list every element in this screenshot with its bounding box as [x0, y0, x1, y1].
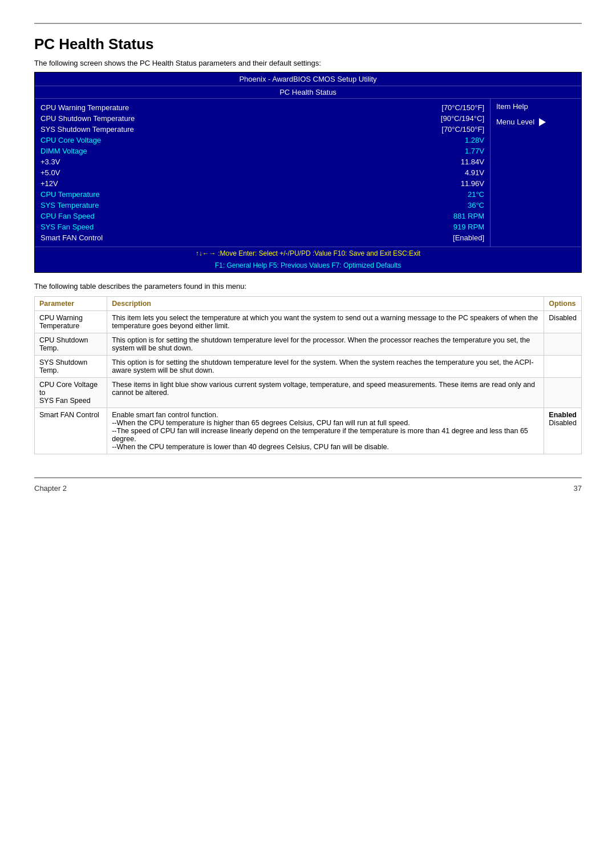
- bios-row-label: Smart FAN Control: [40, 233, 103, 242]
- page-number: 37: [574, 484, 582, 493]
- bios-body: CPU Warning Temperature[70°C/150°F]CPU S…: [35, 99, 581, 247]
- bios-row-value: 21°C: [468, 190, 484, 199]
- bios-row-value: [70°C/150°F]: [441, 125, 484, 134]
- table-cell-desc: This option is for setting the shutdown …: [107, 356, 544, 378]
- table-cell-options: [544, 378, 582, 408]
- table-cell-desc: This option is for setting the shutdown …: [107, 333, 544, 356]
- table-cell-options: [544, 356, 582, 378]
- col-header-parameter: Parameter: [35, 297, 107, 311]
- bios-row: CPU Temperature21°C: [40, 189, 484, 200]
- bios-row: SYS Shutdown Temperature[70°C/150°F]: [40, 124, 484, 135]
- bios-row: +5.0V4.91V: [40, 167, 484, 178]
- bios-header: Phoenix - AwardBIOS CMOS Setup Utility: [35, 72, 581, 86]
- footer-row: Chapter 2 37: [34, 484, 582, 493]
- bios-row: CPU Fan Speed881 RPM: [40, 211, 484, 221]
- bios-row-value: 4.91V: [465, 168, 484, 177]
- bios-row-label: SYS Temperature: [40, 201, 99, 209]
- bios-screen: Phoenix - AwardBIOS CMOS Setup Utility P…: [34, 72, 582, 273]
- table-cell-desc: These items in light blue show various c…: [107, 378, 544, 408]
- sidebar-menu-level: Menu Level: [496, 118, 576, 126]
- bios-row-value: [70°C/150°F]: [441, 103, 484, 112]
- table-row: SYS Shutdown Temp.This option is for set…: [35, 356, 582, 378]
- bios-row-value: 1.28V: [465, 136, 484, 144]
- bios-row-value: [Enabled]: [453, 233, 484, 242]
- item-help-label: Item Help: [496, 102, 528, 111]
- table-row: CPU Core Voltage to SYS Fan SpeedThese i…: [35, 378, 582, 408]
- table-cell-options: [544, 333, 582, 356]
- bios-row: SYS Temperature36°C: [40, 200, 484, 211]
- table-intro: The following table describes the parame…: [34, 282, 582, 291]
- intro-text: The following screen shows the PC Health…: [34, 59, 582, 67]
- table-cell-param: SYS Shutdown Temp.: [35, 356, 107, 378]
- bios-row-value: 1.77V: [465, 147, 484, 155]
- page-title: PC Health Status: [34, 35, 582, 53]
- bios-row: +12V11.96V: [40, 178, 484, 189]
- bios-row-label: +12V: [40, 179, 58, 188]
- bios-footer2: F1: General Help F5: Previous Values F7:…: [35, 260, 581, 272]
- bios-row-value: 11.84V: [461, 158, 484, 166]
- bios-row-label: CPU Shutdown Temperature: [40, 114, 135, 123]
- table-cell-param: Smart FAN Control: [35, 408, 107, 454]
- bios-row: Smart FAN Control[Enabled]: [40, 232, 484, 243]
- bios-row: DIMM Voltage1.77V: [40, 146, 484, 156]
- bios-row-value: 11.96V: [461, 179, 484, 188]
- bios-row-value: [90°C/194°C]: [441, 114, 484, 123]
- bios-row-label: SYS Fan Speed: [40, 223, 94, 231]
- table-row: CPU Warning TemperatureThis item lets yo…: [35, 311, 582, 333]
- bios-row-label: CPU Fan Speed: [40, 212, 95, 220]
- bios-sidebar: Item Help Menu Level: [490, 99, 581, 247]
- bios-row: CPU Shutdown Temperature[90°C/194°C]: [40, 113, 484, 124]
- table-cell-param: CPU Core Voltage to SYS Fan Speed: [35, 378, 107, 408]
- bios-row: SYS Fan Speed919 RPM: [40, 221, 484, 232]
- table-cell-options: EnabledDisabled: [544, 408, 582, 454]
- table-row: Smart FAN ControlEnable smart fan contro…: [35, 408, 582, 454]
- bios-row-value: 881 RPM: [453, 212, 484, 220]
- bios-subheader: PC Health Status: [35, 86, 581, 99]
- col-header-description: Description: [107, 297, 544, 311]
- top-divider: [34, 23, 582, 24]
- bios-row-label: SYS Shutdown Temperature: [40, 125, 134, 134]
- bios-row-label: DIMM Voltage: [40, 147, 87, 155]
- table-cell-desc: This item lets you select the temperatur…: [107, 311, 544, 333]
- bios-row-label: CPU Temperature: [40, 190, 100, 199]
- sidebar-item-help: Item Help: [496, 102, 576, 111]
- table-cell-desc: Enable smart fan control function. --Whe…: [107, 408, 544, 454]
- col-header-options: Options: [544, 297, 582, 311]
- menu-level-label: Menu Level: [496, 118, 534, 126]
- chapter-label: Chapter 2: [34, 484, 67, 493]
- table-cell-param: CPU Warning Temperature: [35, 311, 107, 333]
- table-cell-param: CPU Shutdown Temp.: [35, 333, 107, 356]
- bios-row-value: 36°C: [468, 201, 484, 209]
- table-row: CPU Shutdown Temp.This option is for set…: [35, 333, 582, 356]
- bios-row-label: +5.0V: [40, 168, 60, 177]
- bios-row-label: CPU Core Voltage: [40, 136, 101, 144]
- bottom-divider: [34, 477, 582, 478]
- bios-row-value: 919 RPM: [453, 223, 484, 231]
- bios-row: CPU Core Voltage1.28V: [40, 135, 484, 146]
- bios-row-label: +3.3V: [40, 158, 60, 166]
- table-cell-options: Disabled: [544, 311, 582, 333]
- menu-level-arrow-icon: [539, 118, 546, 126]
- bios-footer1: ↑↓←→ :Move Enter: Select +/-/PU/PD :Valu…: [35, 247, 581, 260]
- bios-row-label: CPU Warning Temperature: [40, 103, 129, 112]
- bios-row: CPU Warning Temperature[70°C/150°F]: [40, 102, 484, 113]
- parameter-table: Parameter Description Options CPU Warnin…: [34, 296, 582, 454]
- bios-main: CPU Warning Temperature[70°C/150°F]CPU S…: [35, 99, 490, 247]
- bios-row: +3.3V11.84V: [40, 156, 484, 167]
